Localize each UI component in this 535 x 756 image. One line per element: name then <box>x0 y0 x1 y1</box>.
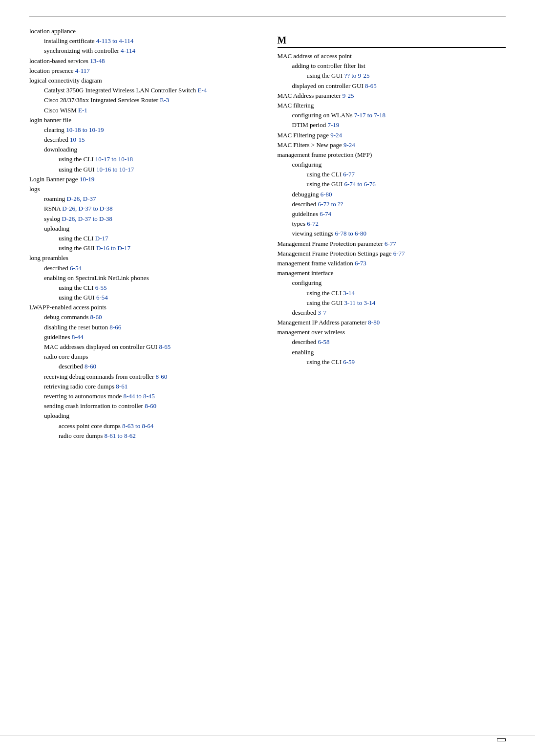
list-item: uploading <box>29 224 258 233</box>
page-reference: 6-78 to 6-80 <box>335 230 366 237</box>
page-reference: D-26, D-37 to D-38 <box>62 205 112 212</box>
page-reference: 6-55 <box>95 284 107 291</box>
page-reference: 8-44 <box>72 333 84 341</box>
list-item: Catalyst 3750G Integrated Wireless LAN C… <box>29 86 258 95</box>
list-item: RSNA D-26, D-37 to D-38 <box>29 204 258 213</box>
list-item: management over wireless <box>278 328 506 337</box>
list-item: described 10-15 <box>29 135 258 144</box>
page-reference: 6-72 <box>307 220 319 227</box>
list-item: guidelines 8-44 <box>29 333 258 342</box>
page-reference: 8-63 to 8-64 <box>122 422 153 430</box>
page: location applianceinstalling certificate… <box>0 0 535 756</box>
list-item: guidelines 6-74 <box>278 210 506 218</box>
list-item: retrieving radio core dumps 8-61 <box>29 382 258 391</box>
list-item: described 8-60 <box>29 362 258 371</box>
list-item: management frame validation 6-73 <box>278 259 506 268</box>
list-item: using the CLI 6-77 <box>278 170 506 179</box>
list-item: long preambles <box>29 254 258 262</box>
page-reference: 4-114 <box>121 47 135 54</box>
list-item: roaming D-26, D-37 <box>29 194 258 203</box>
page-reference: 6-72 to ?? <box>318 200 343 208</box>
list-item: configuring on WLANs 7-17 to 7-18 <box>278 111 506 120</box>
page-reference: D-17 <box>95 235 108 242</box>
page-reference: 8-60 <box>90 313 102 321</box>
page-reference: 8-80 <box>368 319 380 326</box>
list-item: clearing 10-18 to 10-19 <box>29 126 258 134</box>
page-reference: 6-58 <box>318 338 330 346</box>
page-reference: 3-7 <box>318 309 326 316</box>
left-column: location applianceinstalling certificate… <box>29 27 258 441</box>
page-reference: 6-54 <box>96 294 108 301</box>
list-item: Cisco WiSM E-1 <box>29 106 258 115</box>
list-item: using the CLI 10-17 to 10-18 <box>29 155 258 164</box>
list-item: logical connectivity diagram <box>29 76 258 85</box>
list-item: debugging 6-80 <box>278 190 506 199</box>
list-item: enabling <box>278 348 506 357</box>
page-reference: 10-15 <box>70 136 85 143</box>
page-reference: 8-65 <box>365 82 377 89</box>
page-reference: 9-24 <box>330 131 342 139</box>
list-item: location appliance <box>29 27 258 36</box>
list-item: MAC Filtering page 9-24 <box>278 131 506 140</box>
page-reference: 8-61 <box>116 383 128 390</box>
page-reference: 6-77 <box>343 171 355 178</box>
list-item: MAC Address parameter 9-25 <box>278 91 506 100</box>
page-reference: D-26, D-37 to D-38 <box>62 215 112 222</box>
list-item: adding to controller filter list <box>278 62 506 70</box>
page-footer <box>0 735 535 741</box>
list-item: downloading <box>29 145 258 154</box>
page-reference: 3-14 <box>343 289 355 297</box>
page-reference: 6-77 <box>385 240 396 247</box>
list-item: configuring <box>278 279 506 287</box>
page-reference: E-4 <box>197 86 207 94</box>
list-item: LWAPP-enabled access points <box>29 303 258 312</box>
list-item: management interface <box>278 269 506 278</box>
page-reference: 10-18 to 10-19 <box>66 126 104 133</box>
page-reference: 8-65 <box>159 343 171 350</box>
page-reference: 10-17 to 10-18 <box>95 155 133 163</box>
list-item: MAC Filters > New page 9-24 <box>278 141 506 150</box>
page-reference: 6-54 <box>70 264 82 272</box>
list-item: enabling on SpectraLink NetLink phones <box>29 274 258 282</box>
page-reference: E-3 <box>160 96 169 104</box>
page-reference: 9-25 <box>342 92 354 99</box>
list-item: types 6-72 <box>278 219 506 228</box>
list-item: access point core dumps 8-63 to 8-64 <box>29 422 258 431</box>
page-reference: 6-73 <box>355 259 366 267</box>
page-reference: 13-48 <box>90 57 105 65</box>
page-reference: 3-11 to 3-14 <box>344 299 375 306</box>
page-reference: 6-59 <box>343 358 355 366</box>
page-reference: 7-19 <box>327 121 339 129</box>
list-item: DTIM period 7-19 <box>278 121 506 130</box>
page-reference: 6-74 <box>320 210 331 217</box>
page-reference: 6-80 <box>321 191 332 198</box>
list-item: Management Frame Protection parameter 6-… <box>278 239 506 248</box>
list-item: using the CLI 6-55 <box>29 283 258 292</box>
page-reference: 8-60 <box>145 402 156 410</box>
section-letter-m: M <box>278 35 506 48</box>
list-item: location-based services 13-48 <box>29 57 258 65</box>
page-reference: D-26, D-37 <box>67 195 96 202</box>
list-item: disabling the reset button 8-66 <box>29 323 258 332</box>
list-item: using the CLI 6-59 <box>278 358 506 367</box>
list-item: syslog D-26, D-37 to D-38 <box>29 215 258 223</box>
list-item: using the CLI D-17 <box>29 234 258 243</box>
list-item: using the GUI 10-16 to 10-17 <box>29 165 258 174</box>
list-item: MAC addresses displayed on controller GU… <box>29 343 258 351</box>
list-item: Management IP Address parameter 8-80 <box>278 318 506 327</box>
list-item: displayed on controller GUI 8-65 <box>278 82 506 90</box>
page-reference: E-1 <box>78 107 87 114</box>
list-item: radio core dumps 8-61 to 8-62 <box>29 432 258 440</box>
page-header <box>29 15 506 17</box>
list-item: management frame protection (MFP) <box>278 151 506 159</box>
page-reference: 9-24 <box>343 141 355 149</box>
list-item: MAC address of access point <box>278 52 506 61</box>
list-item: described 6-72 to ?? <box>278 200 506 209</box>
page-reference: 4-113 to 4-114 <box>96 37 133 44</box>
right-column: MMAC address of access pointadding to co… <box>278 27 506 441</box>
page-reference: 8-60 <box>156 373 168 380</box>
page-reference: D-16 to D-17 <box>96 244 130 252</box>
page-reference: 8-66 <box>109 324 121 331</box>
list-item: described 3-7 <box>278 308 506 317</box>
page-reference: 8-60 <box>85 363 96 370</box>
